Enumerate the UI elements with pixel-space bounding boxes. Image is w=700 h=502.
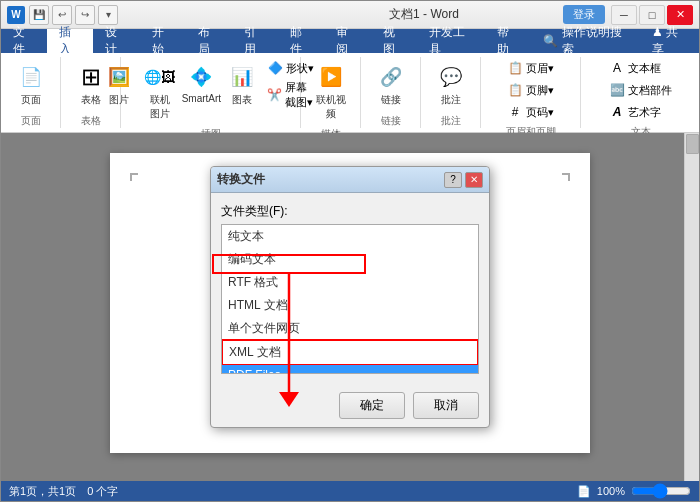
docpart-label: 文档部件: [628, 83, 672, 98]
tab-view[interactable]: 视图: [371, 29, 417, 53]
comment-item[interactable]: 💬 批注: [431, 59, 471, 109]
online-picture-icon: 🌐🖼: [144, 61, 176, 93]
view-mode-icon[interactable]: 📄: [577, 485, 591, 498]
wordart-item[interactable]: A 艺术字: [606, 103, 664, 121]
pagenum-item[interactable]: # 页码▾: [504, 103, 557, 121]
page-icon: 📄: [15, 61, 47, 93]
comments-group-label: 批注: [441, 114, 461, 128]
page-item[interactable]: 📄 页面: [11, 59, 51, 109]
status-bar: 第1页，共1页 0 个字 📄 100%: [1, 481, 699, 501]
docpart-icon: 🔤: [609, 82, 625, 98]
ribbon-group-hf: 📋 页眉▾ 📋 页脚▾ # 页码▾ 页眉和页脚: [481, 57, 581, 128]
ribbon-group-illus: 🖼️ 图片 🌐🖼 联机图片 💠 SmartArt 📊 图表: [121, 57, 301, 128]
zoom-level: 100%: [597, 485, 625, 497]
app-window: W 💾 ↩ ↪ ▾ 文档1 - Word 登录 ─ □ ✕ 文件 插入 设计 开…: [0, 0, 700, 502]
textbox-item[interactable]: A 文本框: [606, 59, 664, 77]
online-picture-label: 联机图片: [145, 93, 175, 121]
search-icon: 🔍: [543, 34, 558, 48]
status-left: 第1页，共1页 0 个字: [9, 484, 127, 499]
tab-insert[interactable]: 插入: [47, 29, 93, 53]
tab-home[interactable]: 开始: [140, 29, 186, 53]
dialog-close-btn[interactable]: ✕: [465, 172, 483, 188]
share-button[interactable]: ♟ 共享: [640, 29, 699, 53]
list-item-html[interactable]: HTML 文档: [222, 294, 478, 317]
dialog-body: 文件类型(F): 纯文本 编码文本 RTF 格式 HTML 文档 单个文件网页 …: [211, 193, 489, 384]
file-type-list[interactable]: 纯文本 编码文本 RTF 格式 HTML 文档 单个文件网页 XML 文档 PD…: [221, 224, 479, 374]
group-comments-items: 💬 批注: [431, 57, 471, 112]
list-item-xml[interactable]: XML 文档: [221, 339, 479, 366]
content-area: 转换文件 ? ✕ 文件类型(F): 纯文本 编码文本 RTF 格式 HTML 文…: [1, 133, 699, 481]
tab-search[interactable]: 🔍 操作说明搜索: [531, 29, 639, 53]
close-button[interactable]: ✕: [667, 5, 693, 25]
undo-btn[interactable]: ↩: [52, 5, 72, 25]
picture-item[interactable]: 🖼️ 图片: [101, 59, 137, 109]
tab-file[interactable]: 文件: [1, 29, 47, 53]
chart-label: 图表: [232, 93, 252, 107]
picture-icon: 🖼️: [103, 61, 135, 93]
screenshot-icon: ✂️: [267, 87, 282, 103]
title-bar-left: W 💾 ↩ ↪ ▾: [7, 5, 285, 25]
file-type-label: 文件类型(F):: [221, 203, 479, 220]
online-picture-item[interactable]: 🌐🖼 联机图片: [141, 59, 179, 123]
links-group-label: 链接: [381, 114, 401, 128]
list-item-mhtml[interactable]: 单个文件网页: [222, 317, 478, 340]
smartart-label: SmartArt: [182, 93, 221, 104]
header-item[interactable]: 📋 页眉▾: [504, 59, 557, 77]
picture-label: 图片: [109, 93, 129, 107]
wordart-label: 艺术字: [628, 105, 661, 120]
minimize-button[interactable]: ─: [611, 5, 637, 25]
window-title: 文档1 - Word: [285, 6, 563, 23]
word-count: 0 个字: [87, 485, 118, 497]
ribbon-content: 📄 页面 页面 ⊞ 表格 表格 🖼️ 图片: [1, 53, 699, 133]
docpart-item[interactable]: 🔤 文档部件: [606, 81, 675, 99]
ribbon-group-comments: 💬 批注 批注: [421, 57, 481, 128]
list-item-pdf[interactable]: PDF Files: [222, 365, 478, 374]
online-video-item[interactable]: ▶️ 联机视频: [307, 59, 354, 123]
login-button[interactable]: 登录: [563, 5, 605, 24]
footer-item[interactable]: 📋 页脚▾: [504, 81, 557, 99]
scrollbar-vertical[interactable]: [684, 133, 699, 481]
dialog-title-bar: 转换文件 ? ✕: [211, 167, 489, 193]
restore-button[interactable]: □: [639, 5, 665, 25]
table-label: 表格: [81, 93, 101, 107]
chart-icon: 📊: [226, 61, 258, 93]
dialog-overlay: 转换文件 ? ✕ 文件类型(F): 纯文本 编码文本 RTF 格式 HTML 文…: [1, 133, 699, 481]
textbox-label: 文本框: [628, 61, 661, 76]
dialog-title-controls: ? ✕: [444, 172, 483, 188]
tab-review[interactable]: 审阅: [324, 29, 370, 53]
footer-icon: 📋: [507, 82, 523, 98]
link-item[interactable]: 🔗 链接: [371, 59, 411, 109]
save-btn[interactable]: 💾: [29, 5, 49, 25]
list-item-plain-text[interactable]: 纯文本: [222, 225, 478, 248]
list-item-rtf[interactable]: RTF 格式: [222, 271, 478, 294]
status-right: 📄 100%: [577, 483, 691, 499]
tab-mailings[interactable]: 邮件: [278, 29, 324, 53]
redo-btn[interactable]: ↪: [75, 5, 95, 25]
tab-help[interactable]: 帮助: [485, 29, 531, 53]
smartart-item[interactable]: 💠 SmartArt: [183, 59, 220, 106]
cancel-button[interactable]: 取消: [413, 392, 479, 419]
page-count: 第1页，共1页: [9, 485, 76, 497]
word-icon: W: [7, 6, 25, 24]
zoom-slider[interactable]: [631, 483, 691, 499]
tab-references[interactable]: 引用: [232, 29, 278, 53]
ribbon-group-links: 🔗 链接 链接: [361, 57, 421, 128]
tab-design[interactable]: 设计: [93, 29, 139, 53]
ok-button[interactable]: 确定: [339, 392, 405, 419]
dialog-footer: 确定 取消: [211, 384, 489, 427]
textbox-icon: A: [609, 60, 625, 76]
ribbon-tabs: 文件 插入 设计 开始 布局 引用 邮件 审阅 视图 开发工具 帮助 🔍 操作说…: [1, 29, 699, 53]
tab-layout[interactable]: 布局: [186, 29, 232, 53]
group-media-items: ▶️ 联机视频: [307, 57, 354, 125]
page-group-label: 页面: [21, 114, 41, 128]
group-links-items: 🔗 链接: [371, 57, 411, 112]
tab-developer[interactable]: 开发工具: [417, 29, 485, 53]
dialog-help-btn[interactable]: ?: [444, 172, 462, 188]
group-hf-items: 📋 页眉▾ 📋 页脚▾ # 页码▾: [504, 57, 557, 123]
dropdown-btn[interactable]: ▾: [98, 5, 118, 25]
chart-item[interactable]: 📊 图表: [224, 59, 260, 109]
ribbon-group-text: A 文本框 🔤 文档部件 A 艺术字 文本: [581, 57, 700, 128]
header-label: 页眉▾: [526, 61, 554, 76]
scrollbar-thumb[interactable]: [686, 134, 699, 154]
list-item-encoded-text[interactable]: 编码文本: [222, 248, 478, 271]
